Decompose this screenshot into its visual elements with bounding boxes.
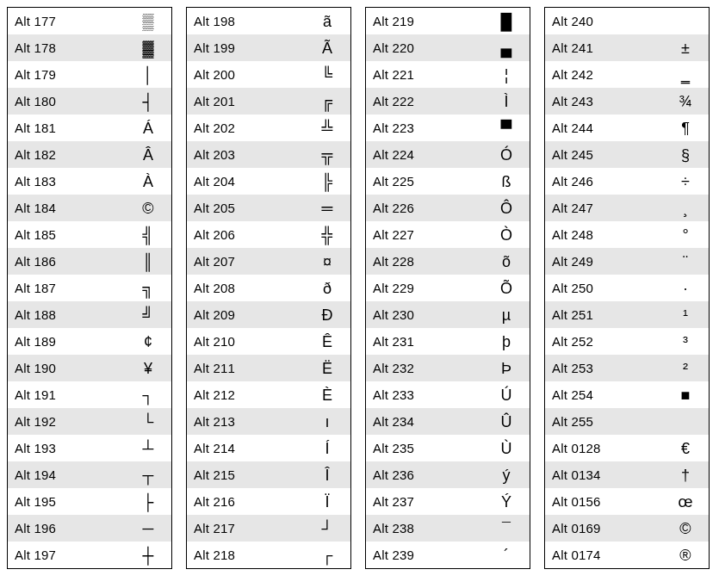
alt-code-symbol: ² [662,361,709,376]
alt-code-symbol: ■ [662,387,709,403]
alt-code-label: Alt 237 [366,494,483,509]
alt-code-label: Alt 212 [187,387,304,402]
alt-code-symbol: ã [304,14,350,29]
table-row: Alt 182Â [8,141,171,168]
alt-code-symbol: └ [125,414,171,430]
alt-code-column: Alt 198ãAlt 199ÃAlt 200╚Alt 201╔Alt 202╩… [186,7,351,569]
table-row: Alt 200╚ [187,61,350,88]
table-row: Alt 186║ [8,248,171,275]
table-row: Alt 203╦ [187,141,350,168]
alt-code-label: Alt 206 [187,227,304,242]
alt-code-label: Alt 209 [187,307,304,322]
table-row: Alt 217┘ [187,515,350,542]
alt-code-reference: Alt 177▒Alt 178▓Alt 179│Alt 180┤Alt 181Á… [0,0,719,576]
alt-code-label: Alt 198 [187,14,304,28]
alt-code-symbol: ┬ [125,467,171,483]
alt-code-label: Alt 189 [8,334,125,349]
table-row: Alt 179│ [8,61,171,88]
alt-code-label: Alt 233 [366,387,483,402]
table-row: Alt 226Ô [366,195,530,221]
alt-code-symbol: µ [483,307,530,323]
table-row: Alt 185╣ [8,221,171,248]
table-row: Alt 251¹ [545,301,709,328]
table-row: Alt 224Ó [366,141,530,168]
table-row: Alt 0156œ [545,488,709,515]
alt-code-label: Alt 250 [545,281,662,295]
table-row: Alt 255 [545,408,709,435]
alt-code-label: Alt 222 [366,94,483,108]
alt-code-symbol: þ [483,334,530,350]
table-row: Alt 241± [545,34,709,61]
alt-code-label: Alt 244 [545,121,662,135]
alt-code-label: Alt 243 [545,94,662,108]
alt-code-label: Alt 203 [187,147,304,162]
alt-code-label: Alt 215 [187,467,304,482]
table-row: Alt 230µ [366,301,530,328]
table-row: Alt 0134† [545,461,709,488]
alt-code-symbol: Ð [304,307,350,323]
table-row: Alt 221¦ [366,61,530,88]
alt-code-symbol: À [125,174,171,189]
alt-code-label: Alt 228 [366,254,483,269]
alt-code-symbol: ÷ [662,174,709,189]
table-row: Alt 178▓ [8,34,171,61]
alt-code-symbol: Ò [483,227,530,243]
table-row: Alt 201╔ [187,88,350,115]
alt-code-symbol: ¶ [662,121,709,136]
alt-code-label: Alt 201 [187,94,304,108]
table-row: Alt 189¢ [8,328,171,355]
alt-code-symbol: Ó [483,147,530,163]
alt-code-label: Alt 255 [545,414,662,429]
alt-code-symbol: Ê [304,334,350,350]
alt-code-label: Alt 196 [8,521,125,535]
table-row: Alt 250· [545,275,709,301]
alt-code-label: Alt 183 [8,174,125,189]
alt-code-label: Alt 186 [8,254,125,269]
table-row: Alt 214Í [187,435,350,461]
alt-code-symbol: Ë [304,361,350,376]
alt-code-label: Alt 192 [8,414,125,429]
table-row: Alt 197┼ [8,542,171,568]
alt-code-label: Alt 197 [8,548,125,562]
alt-code-symbol: ¨ [662,254,709,269]
alt-code-symbol: ▒ [125,14,171,29]
table-row: Alt 243¾ [545,88,709,115]
alt-code-symbol: © [125,201,171,216]
alt-code-symbol: ╦ [304,147,350,163]
table-row: Alt 193┴ [8,435,171,461]
alt-code-label: Alt 200 [187,67,304,82]
alt-code-label: Alt 210 [187,334,304,349]
alt-code-label: Alt 245 [545,147,662,162]
table-row: Alt 218┌ [187,542,350,568]
alt-code-symbol: Í [304,441,350,456]
table-row: Alt 233Ú [366,381,530,408]
alt-code-label: Alt 219 [366,14,483,28]
alt-code-label: Alt 232 [366,361,483,375]
table-row: Alt 184© [8,195,171,221]
alt-code-label: Alt 223 [366,121,483,135]
alt-code-symbol: ¹ [662,307,709,323]
alt-code-label: Alt 248 [545,227,662,242]
alt-code-label: Alt 0128 [545,441,662,455]
alt-code-symbol: ‗ [662,67,709,83]
alt-code-symbol: ═ [304,201,350,216]
table-row: Alt 198ã [187,8,350,34]
alt-code-label: Alt 235 [366,441,483,455]
alt-code-label: Alt 185 [8,227,125,242]
alt-code-label: Alt 211 [187,361,304,375]
alt-code-label: Alt 0169 [545,521,662,535]
alt-code-symbol: ├ [125,494,171,510]
alt-code-label: Alt 199 [187,40,304,55]
alt-code-column: Alt 240­Alt 241±Alt 242‗Alt 243¾Alt 244¶… [544,7,710,569]
alt-code-label: Alt 253 [545,361,662,375]
alt-code-symbol: ° [662,227,709,243]
table-row: Alt 240­ [545,8,709,34]
alt-code-symbol: Î [304,467,350,483]
alt-code-symbol: ³ [662,334,709,350]
alt-code-label: Alt 180 [8,94,125,108]
table-row: Alt 223▀ [366,115,530,141]
table-row: Alt 249¨ [545,248,709,275]
alt-code-column: Alt 177▒Alt 178▓Alt 179│Alt 180┤Alt 181Á… [7,7,172,569]
alt-code-symbol: ¸ [662,201,709,216]
alt-code-label: Alt 227 [366,227,483,242]
